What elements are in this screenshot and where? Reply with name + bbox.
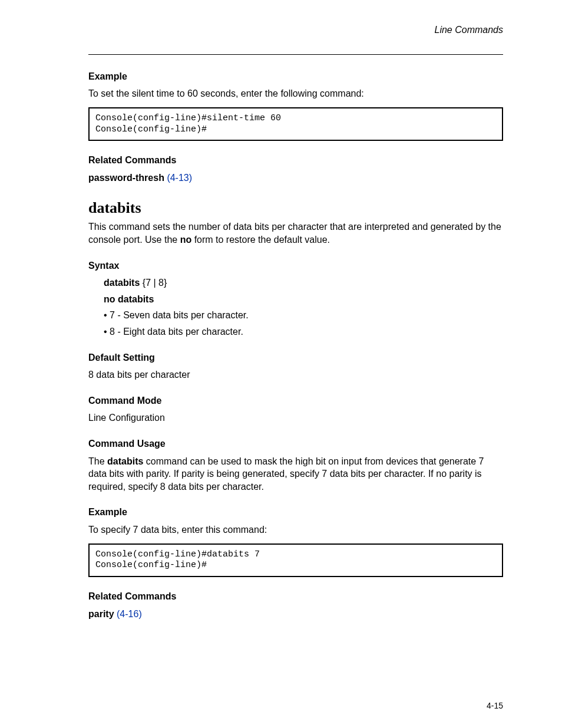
syntax-line2: no databits (104, 293, 503, 306)
example1-code: Console(config-line)#silent-time 60 Cons… (88, 107, 503, 141)
related2-item: parity (4-16) (88, 608, 503, 621)
arg-8: • 8 - Eight data bits per character. (104, 325, 503, 338)
databits-desc-tail: form to restore the default value. (191, 235, 330, 245)
command-title-databits: databits (88, 199, 503, 217)
header-rule (88, 54, 503, 55)
example2-code: Console(config-line)#databits 7 Console(… (88, 543, 503, 578)
usage-post: command can be used to mask the high bit… (88, 456, 484, 492)
syntax-args: {7 | 8} (140, 278, 167, 288)
mode-title: Command Mode (88, 394, 503, 407)
example2-intro: To specify 7 data bits, enter this comma… (88, 523, 503, 536)
usage-title: Command Usage (88, 437, 503, 450)
syntax-title: Syntax (88, 259, 503, 272)
page-footer: 4-15 (59, 701, 503, 710)
usage-pre: The (88, 456, 107, 466)
related1-title: Related Commands (88, 154, 503, 167)
databits-desc: This command sets the number of data bit… (88, 220, 503, 246)
related2-page: (4-16) (117, 609, 142, 619)
related1-page: (4-13) (167, 173, 192, 183)
default-title: Default Setting (88, 351, 503, 364)
mode-body: Line Configuration (88, 411, 503, 424)
footer-page-number: 4-15 (487, 701, 503, 710)
example2-title: Example (88, 506, 503, 519)
usage-body: The databits command can be used to mask… (88, 455, 503, 493)
example1-intro: To set the silent time to 60 seconds, en… (88, 87, 503, 100)
default-body: 8 data bits per character (88, 368, 503, 381)
arg-7: • 7 - Seven data bits per character. (104, 309, 503, 322)
syntax-cmd1: databits (104, 278, 140, 288)
usage-cmd: databits (107, 456, 143, 466)
header-section: Line Commands (88, 24, 503, 37)
example1-title: Example (88, 70, 503, 83)
related1-item: password-thresh (4-13) (88, 172, 503, 185)
no-keyword: no (180, 235, 192, 245)
related2-cmd: parity (88, 609, 114, 619)
related1-cmd: password-thresh (88, 173, 164, 183)
syntax-line1: databits {7 | 8} (104, 276, 503, 289)
related2-title: Related Commands (88, 590, 503, 603)
